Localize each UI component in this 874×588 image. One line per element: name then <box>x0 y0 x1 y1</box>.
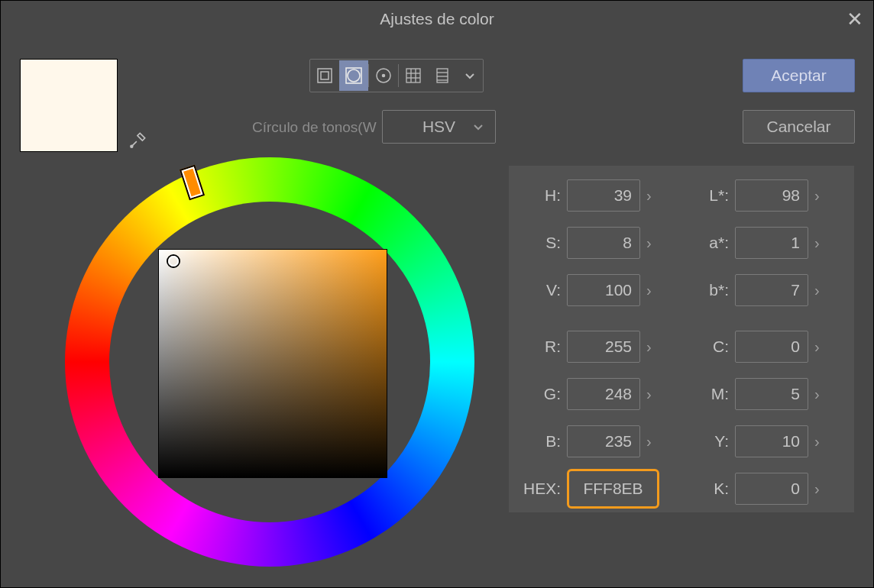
input-Y[interactable]: 10 <box>735 425 808 457</box>
svg-rect-3 <box>346 68 361 83</box>
svg-rect-7 <box>406 69 420 82</box>
mode-ring-square-icon[interactable] <box>339 60 368 91</box>
field-a: a*:1› <box>688 227 823 259</box>
label-bstar: b*: <box>688 281 729 299</box>
input-r[interactable]: 255 <box>567 331 640 363</box>
input-g[interactable]: 248 <box>567 378 640 410</box>
color-model-select[interactable]: HSV <box>382 110 496 144</box>
chevron-right-icon[interactable]: › <box>811 480 823 498</box>
label-b: B: <box>520 432 561 451</box>
hue-wheel[interactable] <box>65 157 474 567</box>
cancel-button[interactable]: Cancelar <box>743 110 855 144</box>
accept-button[interactable]: Aceptar <box>743 59 855 92</box>
picker-mode-toolbar <box>309 59 484 92</box>
input-s[interactable]: 8 <box>567 227 640 259</box>
chevron-right-icon[interactable]: › <box>643 282 655 299</box>
label-g: G: <box>520 385 561 403</box>
chevron-right-icon[interactable]: › <box>643 234 655 252</box>
svg-rect-1 <box>318 69 332 82</box>
input-b[interactable]: 235 <box>567 425 640 457</box>
input-h[interactable]: 39 <box>567 179 640 212</box>
chevron-right-icon[interactable]: › <box>811 187 823 205</box>
input-M[interactable]: 5 <box>735 378 808 410</box>
label-h: H: <box>520 186 561 205</box>
saturation-value-box[interactable] <box>158 249 387 478</box>
input-a[interactable]: 1 <box>735 227 808 259</box>
mode-swatches-icon[interactable] <box>399 60 428 91</box>
input-K[interactable]: 0 <box>735 473 808 505</box>
field-C: C:0› <box>688 331 823 363</box>
dialog-title: Ajustes de color <box>380 10 494 28</box>
chevron-down-icon <box>472 121 484 133</box>
dialog-titlebar: Ajustes de color ✕ <box>0 0 874 38</box>
input-bstar[interactable]: 7 <box>735 274 808 306</box>
field-h: H:39› <box>520 179 655 212</box>
input-hex[interactable]: FFF8EB <box>567 469 659 509</box>
label-C: C: <box>688 338 729 356</box>
label-L: L*: <box>688 186 729 205</box>
field-r: R:255› <box>520 331 655 363</box>
label-hex: HEX: <box>520 480 561 498</box>
chevron-right-icon[interactable]: › <box>811 282 823 299</box>
input-C[interactable]: 0 <box>735 331 808 363</box>
chevron-right-icon[interactable]: › <box>811 433 823 451</box>
color-values-panel: H:39› S:8› V:100› R:255› G:248› B:235› H… <box>509 166 854 512</box>
field-K: K:0› <box>688 473 823 505</box>
sv-marker[interactable] <box>167 254 180 268</box>
current-color-swatch <box>20 59 118 152</box>
color-model-value: HSV <box>422 118 455 136</box>
input-L[interactable]: 98 <box>735 179 808 212</box>
input-v[interactable]: 100 <box>567 274 640 306</box>
chevron-right-icon[interactable]: › <box>811 338 823 356</box>
close-icon[interactable]: ✕ <box>846 8 863 31</box>
label-M: M: <box>688 385 729 403</box>
eyedropper-icon[interactable] <box>128 130 148 150</box>
label-Y: Y: <box>688 432 729 451</box>
field-s: S:8› <box>520 227 655 259</box>
field-hex: HEX:FFF8EB <box>520 473 659 505</box>
color-settings-dialog: Ajustes de color ✕ <box>0 0 874 588</box>
field-Y: Y:10› <box>688 425 823 457</box>
mode-circle-icon[interactable] <box>369 60 398 91</box>
field-g: G:248› <box>520 378 655 410</box>
accept-label: Aceptar <box>771 66 826 85</box>
chevron-right-icon[interactable]: › <box>643 338 655 356</box>
label-a: a*: <box>688 234 729 252</box>
field-M: M:5› <box>688 378 823 410</box>
svg-rect-2 <box>321 72 329 79</box>
mode-dropdown-icon[interactable] <box>457 60 483 91</box>
chevron-right-icon[interactable]: › <box>811 234 823 252</box>
label-r: R: <box>520 338 561 356</box>
field-bstar: b*:7› <box>688 274 823 306</box>
label-s: S: <box>520 234 561 252</box>
field-L: L*:98› <box>688 179 823 212</box>
label-K: K: <box>688 480 729 498</box>
field-b: B:235› <box>520 425 655 457</box>
chevron-right-icon[interactable]: › <box>643 433 655 451</box>
chevron-right-icon[interactable]: › <box>643 187 655 205</box>
cancel-label: Cancelar <box>766 118 830 136</box>
field-v: V:100› <box>520 274 655 306</box>
svg-point-4 <box>348 69 360 82</box>
chevron-right-icon[interactable]: › <box>643 386 655 403</box>
svg-point-6 <box>383 75 385 77</box>
mode-strip-icon[interactable] <box>428 60 457 91</box>
picker-type-label: Círculo de tonos(W <box>252 119 377 136</box>
chevron-right-icon[interactable]: › <box>811 386 823 403</box>
svg-point-0 <box>131 145 133 147</box>
label-v: V: <box>520 281 561 299</box>
mode-square-icon[interactable] <box>310 60 339 91</box>
